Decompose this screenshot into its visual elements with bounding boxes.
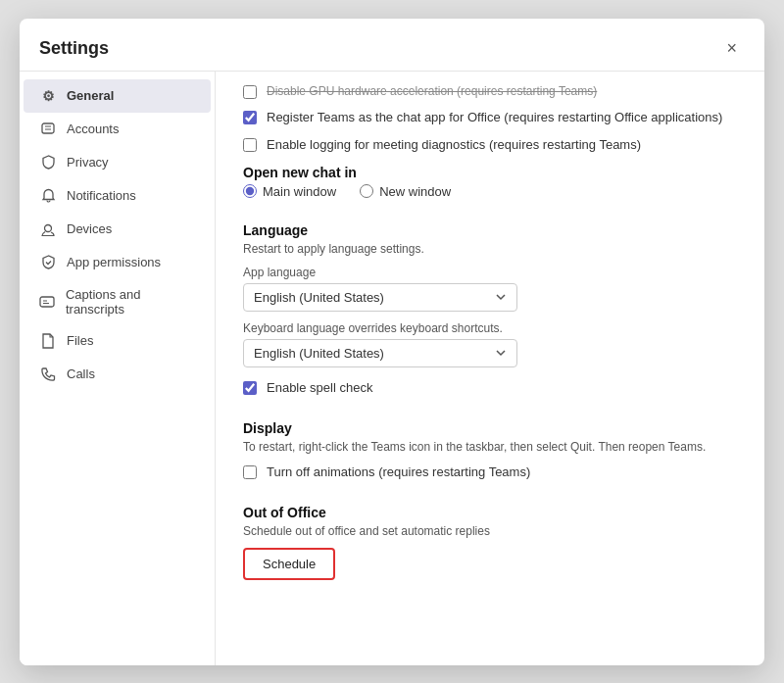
main-window-label: Main window [263, 184, 336, 199]
files-icon [39, 332, 57, 350]
spell-check-checkbox[interactable] [243, 381, 257, 395]
display-sub: To restart, right-click the Teams icon i… [243, 440, 737, 454]
display-section: Display To restart, right-click the Team… [243, 420, 737, 481]
keyboard-language-label: Keyboard language overrides keyboard sho… [243, 321, 737, 335]
main-content: Disable GPU hardware acceleration (requi… [216, 72, 764, 665]
spell-check-label[interactable]: Enable spell check [267, 379, 372, 397]
animations-label[interactable]: Turn off animations (requires restarting… [267, 463, 530, 481]
new-window-option[interactable]: New window [360, 184, 451, 199]
sidebar-item-devices[interactable]: Devices [24, 213, 211, 246]
sidebar-label-notifications: Notifications [67, 188, 136, 203]
animations-row: Turn off animations (requires restarting… [243, 463, 737, 481]
notifications-icon [39, 187, 57, 205]
privacy-icon [39, 154, 57, 171]
main-window-radio[interactable] [243, 184, 257, 198]
sidebar-label-privacy: Privacy [67, 155, 109, 170]
sidebar-item-accounts[interactable]: Accounts [24, 113, 211, 146]
dialog-title: Settings [39, 38, 109, 59]
enable-logging-checkbox[interactable] [243, 138, 257, 152]
devices-icon [39, 220, 57, 238]
sidebar-item-app-permissions[interactable]: App permissions [24, 246, 211, 279]
sidebar-item-captions[interactable]: Captions and transcripts [24, 279, 211, 324]
dialog-header: Settings × [20, 19, 764, 72]
sidebar-item-general[interactable]: ⚙ General [24, 79, 211, 113]
new-window-radio[interactable] [360, 184, 373, 198]
keyboard-language-select[interactable]: English (United States) [243, 339, 517, 367]
hardware-accel-row: Disable GPU hardware acceleration (requi… [243, 83, 737, 100]
enable-logging-row: Enable logging for meeting diagnostics (… [243, 136, 737, 154]
sidebar-item-privacy[interactable]: Privacy [24, 146, 211, 179]
open-new-chat-heading: Open new chat in [243, 165, 737, 180]
open-new-chat-section: Open new chat in Main window New window [243, 165, 737, 199]
svg-point-1 [45, 224, 52, 231]
app-language-select[interactable]: English (United States) [243, 283, 517, 312]
hardware-accel-label[interactable]: Disable GPU hardware acceleration (requi… [267, 83, 597, 100]
out-of-office-heading: Out of Office [243, 505, 737, 520]
svg-rect-2 [40, 297, 54, 307]
captions-icon [39, 293, 56, 311]
animations-checkbox[interactable] [243, 465, 257, 479]
accounts-icon [39, 121, 57, 138]
app-permissions-icon [39, 254, 57, 271]
language-heading: Language [243, 222, 737, 238]
main-window-option[interactable]: Main window [243, 184, 336, 199]
schedule-button[interactable]: Schedule [243, 548, 335, 580]
register-teams-row: Register Teams as the chat app for Offic… [243, 109, 737, 126]
sidebar: ⚙ General Accounts Privacy Notification [20, 72, 216, 665]
new-window-label: New window [379, 184, 451, 199]
calls-icon [39, 366, 57, 383]
sidebar-item-calls[interactable]: Calls [24, 358, 211, 391]
language-sub: Restart to apply language settings. [243, 242, 737, 256]
language-section: Language Restart to apply language setti… [243, 222, 737, 397]
enable-logging-label[interactable]: Enable logging for meeting diagnostics (… [267, 136, 641, 154]
sidebar-item-notifications[interactable]: Notifications [24, 179, 211, 213]
sidebar-label-captions: Captions and transcripts [66, 287, 195, 317]
close-button[interactable]: × [718, 34, 745, 63]
hardware-accel-checkbox[interactable] [243, 85, 257, 99]
sidebar-label-accounts: Accounts [67, 122, 119, 136]
sidebar-label-devices: Devices [67, 221, 112, 236]
register-teams-checkbox[interactable] [243, 111, 257, 124]
app-language-label: App language [243, 266, 737, 279]
out-of-office-sub: Schedule out of office and set automatic… [243, 524, 737, 538]
sidebar-label-general: General [67, 88, 114, 103]
general-icon: ⚙ [39, 87, 57, 105]
sidebar-label-app-permissions: App permissions [67, 255, 161, 269]
spell-check-row: Enable spell check [243, 379, 737, 397]
sidebar-item-files[interactable]: Files [24, 324, 211, 358]
sidebar-label-calls: Calls [67, 366, 95, 381]
sidebar-label-files: Files [67, 333, 93, 348]
display-heading: Display [243, 420, 737, 436]
open-new-chat-radio-group: Main window New window [243, 184, 737, 199]
out-of-office-section: Out of Office Schedule out of office and… [243, 505, 737, 580]
svg-rect-0 [42, 123, 54, 133]
settings-dialog: Settings × ⚙ General Accounts Privacy [20, 19, 764, 665]
register-teams-label[interactable]: Register Teams as the chat app for Offic… [267, 109, 722, 126]
dialog-body: ⚙ General Accounts Privacy Notification [20, 72, 764, 665]
